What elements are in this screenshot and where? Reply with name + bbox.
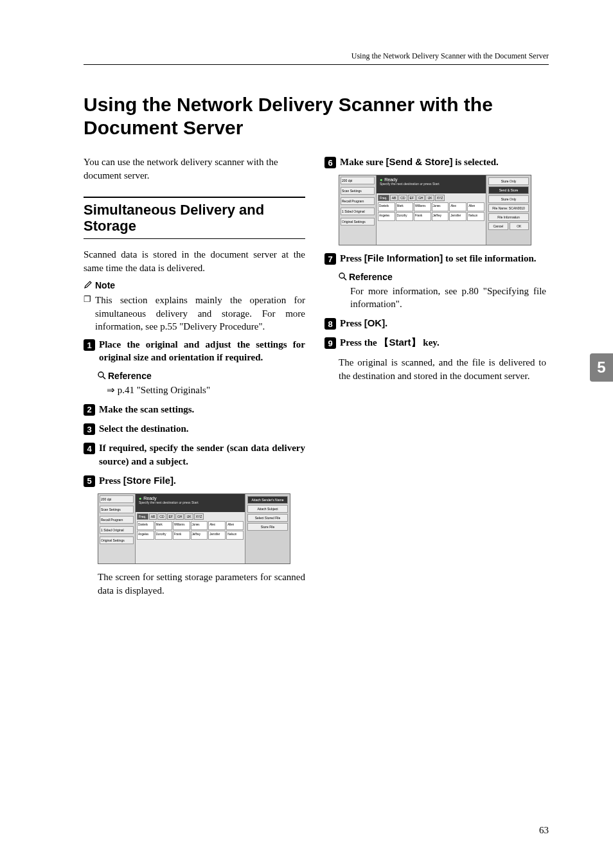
- section-intro: Scanned data is stored in the document s…: [84, 248, 305, 275]
- ss1-contact[interactable]: Jones: [191, 521, 208, 530]
- ss1-tab[interactable]: CD: [157, 513, 166, 520]
- step-8: 8 Press [OK].: [324, 317, 546, 330]
- ss2-contact[interactable]: Angeles: [378, 212, 395, 221]
- chapter-tab: 5: [590, 353, 613, 382]
- ss1-contact[interactable]: Nelson: [226, 531, 244, 540]
- ss1-sb-item[interactable]: 1 Sided Original: [100, 526, 134, 534]
- ss2-sb-item[interactable]: Recall Program: [341, 197, 375, 205]
- ss1-body: Freq. AB CD EF GH IJK XYZ Daniels Mark W…: [136, 512, 245, 563]
- ss1-sidebar: 200 dpi Scan Settings Recall Program 1 S…: [98, 494, 136, 563]
- ss2-contacts-grid: Daniels Mark Williams Jones Alex Allen A…: [378, 202, 484, 221]
- ss2-contact[interactable]: Daniels: [378, 202, 395, 211]
- ss2-contact[interactable]: Alex: [449, 202, 466, 211]
- ss1-contact[interactable]: Dorothy: [155, 531, 172, 540]
- step-1-text: Place the original and adjust the settin…: [99, 338, 305, 364]
- ss1-contact[interactable]: Mark: [155, 521, 172, 530]
- reference-label: Reference: [108, 371, 152, 381]
- ss2-sb-item[interactable]: 1 Sided Original: [341, 208, 375, 215]
- step-6-pre: Make sure: [340, 157, 386, 167]
- step-2-text: Make the scan settings.: [99, 403, 305, 416]
- ss2-tab[interactable]: EF: [408, 195, 416, 201]
- header-rule: [84, 64, 549, 65]
- ss1-contact[interactable]: Allen: [226, 521, 244, 530]
- svg-line-3: [344, 278, 346, 280]
- ss1-right-btn[interactable]: Attach Sender's Name: [247, 496, 288, 504]
- ss1-contacts-grid: Daniels Mark Williams Jones Alex Allen A…: [137, 521, 244, 540]
- ss2-ok-btn[interactable]: OK: [510, 222, 529, 230]
- scanner-ui-screenshot-1: 200 dpi Scan Settings Recall Program 1 S…: [98, 493, 290, 564]
- reference-label: Reference: [349, 272, 393, 282]
- step-number-icon: 6: [324, 157, 336, 168]
- ss2-send-store-btn[interactable]: Send & Store: [488, 186, 529, 194]
- step-number-icon: 3: [84, 423, 95, 435]
- ok-button-label: [OK]: [364, 317, 386, 328]
- ss2-contact[interactable]: Nelson: [467, 212, 484, 221]
- ss2-sb-item[interactable]: Scan Settings: [341, 187, 375, 195]
- ss1-contact[interactable]: Daniels: [137, 521, 154, 530]
- ss1-tab[interactable]: XYZ: [194, 513, 204, 520]
- reference-heading-1: Reference: [98, 371, 305, 382]
- ss2-contact[interactable]: Dorothy: [396, 212, 413, 221]
- step-9-post: key.: [421, 337, 440, 348]
- ss1-tab[interactable]: EF: [167, 513, 175, 520]
- file-information-button-label: [File Information]: [364, 252, 443, 263]
- ss2-tab[interactable]: XYZ: [435, 195, 445, 201]
- step-1: 1 Place the original and adjust the sett…: [84, 338, 305, 364]
- ss2-tab[interactable]: CD: [398, 195, 407, 201]
- ss1-contact[interactable]: Jeffrey: [191, 531, 208, 540]
- ss1-ready-status: Ready: [139, 496, 156, 500]
- step-2: 2 Make the scan settings.: [84, 403, 305, 416]
- step-7-pre: Press: [340, 253, 364, 263]
- ss2-contact[interactable]: Frank: [414, 212, 431, 221]
- ss1-sb-item[interactable]: Scan Settings: [100, 506, 134, 513]
- ss2-contact[interactable]: Allen: [467, 202, 484, 211]
- ss2-contact[interactable]: Jennifer: [449, 212, 466, 221]
- step-9-after-text: The original is scanned, and the file is…: [339, 356, 546, 383]
- step-3-text: Select the destination.: [99, 422, 305, 435]
- magnifier-icon: [98, 371, 106, 382]
- svg-point-2: [339, 273, 344, 278]
- ss1-contact[interactable]: Alex: [208, 521, 226, 530]
- ss2-tab[interactable]: Freq.: [378, 195, 389, 201]
- ss1-contact[interactable]: Jennifer: [208, 531, 226, 540]
- reference-heading-2: Reference: [339, 272, 546, 283]
- note-label: Note: [95, 280, 115, 290]
- ss2-cancel-btn[interactable]: Cancel: [488, 222, 508, 230]
- ss1-tab[interactable]: IJK: [184, 513, 193, 520]
- ss1-right-btn[interactable]: Attach Subject: [247, 505, 288, 513]
- ss2-right-btn[interactable]: Store Only: [488, 177, 529, 185]
- ss2-contact[interactable]: Mark: [396, 202, 413, 211]
- ss2-contact[interactable]: Jeffrey: [432, 212, 449, 221]
- ss1-tab[interactable]: AB: [149, 513, 157, 520]
- ss1-right-btn[interactable]: Select Stored File: [247, 514, 288, 522]
- ss2-tab[interactable]: AB: [390, 195, 398, 201]
- scanner-ui-screenshot-2: 200 dpi Scan Settings Recall Program 1 S…: [339, 175, 531, 245]
- step-number-icon: 7: [324, 253, 336, 265]
- step-3: 3 Select the destination.: [84, 422, 305, 435]
- step-9-text: Press the Start key.: [340, 336, 546, 349]
- step-6-text: Make sure [Send & Store] is selected.: [340, 155, 546, 168]
- ss2-tab[interactable]: GH: [416, 195, 425, 201]
- note-heading: Note: [84, 280, 305, 292]
- ss2-sb-item[interactable]: 200 dpi: [341, 177, 375, 184]
- ss2-contact[interactable]: Jones: [432, 202, 449, 211]
- ss1-contact[interactable]: Frank: [173, 531, 190, 540]
- ss1-sb-item[interactable]: 200 dpi: [100, 495, 134, 503]
- ss2-right-btn[interactable]: Store Only: [488, 195, 529, 203]
- ss1-sb-item[interactable]: Recall Program: [100, 516, 134, 524]
- step-5-pre: Press: [99, 475, 123, 486]
- ss1-tab[interactable]: GH: [175, 513, 184, 520]
- ss1-sb-item[interactable]: Original Settings: [100, 536, 134, 544]
- ss1-contact[interactable]: Angeles: [137, 531, 154, 540]
- ss2-file-info-btn[interactable]: File Information: [488, 213, 529, 221]
- ss1-contact[interactable]: Williams: [173, 521, 190, 530]
- ss2-tab[interactable]: IJK: [425, 195, 434, 201]
- step-number-icon: 8: [324, 318, 336, 330]
- pencil-icon: [84, 280, 93, 291]
- page-title: Using the Network Delivery Scanner with …: [84, 93, 549, 139]
- ss1-tab[interactable]: Freq.: [137, 513, 148, 520]
- ss2-sb-item[interactable]: Original Settings: [341, 218, 375, 226]
- ss2-contact[interactable]: Williams: [414, 202, 431, 211]
- ss1-right-btn[interactable]: Store File: [247, 523, 288, 531]
- page-number: 63: [539, 825, 549, 836]
